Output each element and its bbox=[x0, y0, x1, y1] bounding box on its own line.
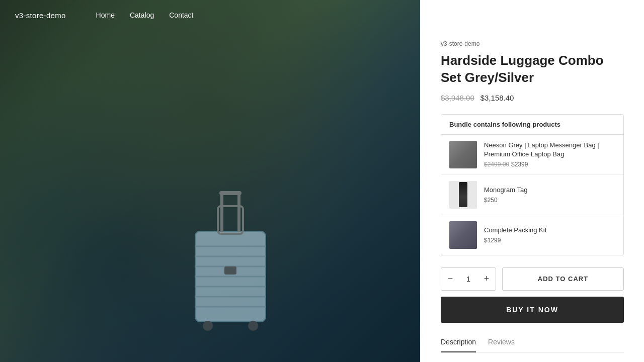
tab-reviews[interactable]: Reviews bbox=[488, 338, 515, 349]
svg-point-14 bbox=[248, 321, 258, 331]
buy-now-button[interactable]: BUY IT NOW bbox=[441, 297, 624, 323]
svg-rect-12 bbox=[224, 266, 236, 275]
bundle-item-3: Complete Packing Kit $1299 bbox=[441, 215, 623, 255]
bundle-item-2-info: Monogram Tag $250 bbox=[484, 186, 615, 204]
luggage-illustration bbox=[180, 191, 281, 342]
store-logo[interactable]: v3-store-demo bbox=[15, 11, 66, 20]
tag-image-placeholder bbox=[459, 182, 467, 207]
cart-icon bbox=[617, 10, 627, 20]
cart-button[interactable] bbox=[615, 8, 629, 23]
original-price: $3,948.00 bbox=[441, 94, 474, 102]
quantity-decrease-button[interactable]: − bbox=[441, 267, 459, 291]
bundle-item-1-original-price: $2499.00 bbox=[484, 161, 509, 168]
bundle-item-1-info: Neeson Grey | Laptop Messenger Bag | Pre… bbox=[484, 141, 615, 168]
search-icon bbox=[595, 10, 605, 20]
svg-point-0 bbox=[596, 11, 602, 17]
bundle-header: Bundle contains following products bbox=[441, 115, 623, 135]
bundle-item-1-sale-price: $2399 bbox=[511, 161, 528, 168]
bundle-item-3-image bbox=[449, 221, 477, 249]
bundle-item-3-price: $1299 bbox=[484, 237, 615, 244]
page-layout: v3-store-demo Hardside Luggage Combo Set… bbox=[0, 0, 644, 362]
svg-point-13 bbox=[203, 321, 213, 331]
cart-row: − 1 + ADD TO CART bbox=[441, 267, 624, 291]
bundle-item-1: Neeson Grey | Laptop Messenger Bag | Pre… bbox=[441, 135, 623, 175]
bag-image-placeholder bbox=[449, 141, 477, 168]
bundle-item-1-image bbox=[449, 141, 477, 168]
nav-contact[interactable]: Contact bbox=[169, 11, 193, 19]
nav-catalog[interactable]: Catalog bbox=[130, 11, 154, 19]
price-row: $3,948.00 $3,158.40 bbox=[441, 94, 624, 102]
header: v3-store-demo Home Catalog Contact bbox=[0, 0, 644, 30]
add-to-cart-button[interactable]: ADD TO CART bbox=[502, 267, 624, 291]
quantity-value: 1 bbox=[459, 275, 477, 283]
bundle-item-2: Monogram Tag $250 bbox=[441, 175, 623, 215]
bundle-item-1-name: Neeson Grey | Laptop Messenger Bag | Pre… bbox=[484, 141, 615, 159]
sale-price: $3,158.40 bbox=[480, 94, 514, 102]
svg-rect-15 bbox=[220, 191, 223, 232]
product-title: Hardside Luggage Combo Set Grey/Silver bbox=[441, 52, 624, 86]
svg-line-1 bbox=[602, 16, 604, 19]
product-image-panel bbox=[0, 0, 420, 362]
tab-description[interactable]: Description bbox=[441, 338, 476, 352]
store-name: v3-store-demo bbox=[441, 40, 624, 47]
product-panel: v3-store-demo Hardside Luggage Combo Set… bbox=[420, 0, 644, 362]
bundle-box: Bundle contains following products Neeso… bbox=[441, 114, 624, 255]
pack-image-placeholder bbox=[449, 221, 477, 249]
bundle-item-2-price: $250 bbox=[484, 197, 615, 204]
bundle-item-2-image bbox=[449, 181, 477, 209]
search-button[interactable] bbox=[593, 8, 607, 23]
bundle-item-3-info: Complete Packing Kit $1299 bbox=[484, 226, 615, 244]
bundle-item-1-price: $2499.00$2399 bbox=[484, 161, 615, 168]
quantity-increase-button[interactable]: + bbox=[477, 267, 496, 291]
header-icons bbox=[593, 8, 629, 23]
svg-rect-17 bbox=[219, 191, 242, 195]
product-tabs: Description Reviews bbox=[441, 338, 624, 352]
quantity-control: − 1 + bbox=[441, 267, 496, 291]
nav-home[interactable]: Home bbox=[96, 11, 115, 19]
bundle-item-2-name: Monogram Tag bbox=[484, 186, 615, 195]
svg-rect-16 bbox=[237, 191, 240, 232]
main-nav: Home Catalog Contact bbox=[96, 11, 194, 19]
bundle-item-3-name: Complete Packing Kit bbox=[484, 226, 615, 235]
